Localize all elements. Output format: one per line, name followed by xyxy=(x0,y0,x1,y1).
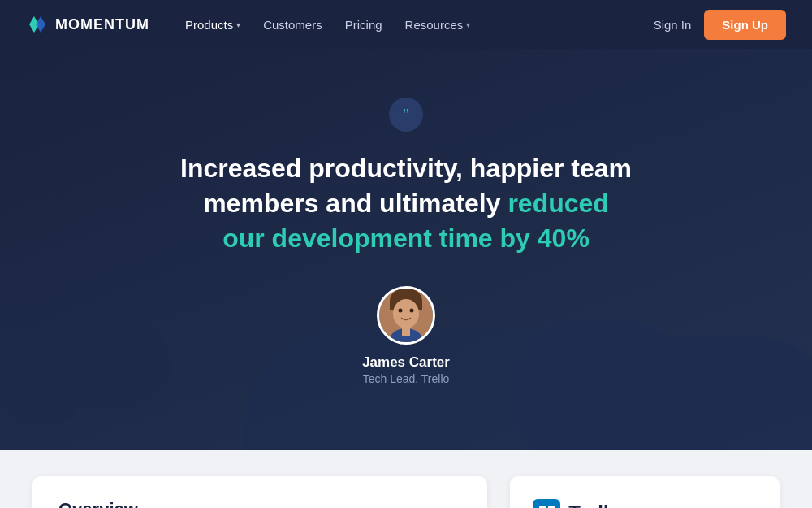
overview-title: Overview xyxy=(58,499,461,508)
company-card: Trello Industry Type: SaaS Software Comp… xyxy=(510,476,780,508)
avatar xyxy=(377,286,435,345)
svg-point-3 xyxy=(393,299,419,328)
hero-quote: Increased productivity, happier team mem… xyxy=(179,151,633,257)
person-name: James Carter xyxy=(362,354,450,371)
avatar-image xyxy=(379,286,433,345)
nav-item-customers[interactable]: Customers xyxy=(253,11,332,38)
company-logo-row: Trello xyxy=(533,499,757,508)
navigation: MOMENTUM Products ▾ Customers Pricing Re… xyxy=(0,0,812,49)
lower-section: Overview Case study's background summary… xyxy=(0,450,812,508)
overview-card: Overview Case study's background summary… xyxy=(32,476,487,508)
chevron-down-icon: ▾ xyxy=(236,20,240,29)
nav-item-pricing[interactable]: Pricing xyxy=(335,11,392,38)
trello-icon xyxy=(533,499,560,508)
logo-icon xyxy=(26,13,49,36)
svg-point-4 xyxy=(399,308,403,312)
logo[interactable]: MOMENTUM xyxy=(26,13,149,36)
quote-icon: " xyxy=(389,98,423,132)
nav-right: Sign In Sign Up xyxy=(654,10,786,40)
person-title: Tech Lead, Trello xyxy=(363,372,450,385)
sign-up-button[interactable]: Sign Up xyxy=(704,10,786,40)
svg-rect-7 xyxy=(402,327,410,336)
sign-in-link[interactable]: Sign In xyxy=(654,18,692,32)
company-name: Trello xyxy=(568,501,620,508)
chevron-down-icon-2: ▾ xyxy=(466,20,470,29)
hero-section: " Increased productivity, happier team m… xyxy=(0,49,812,450)
nav-links: Products ▾ Customers Pricing Resources ▾ xyxy=(175,11,654,38)
nav-item-products[interactable]: Products ▾ xyxy=(175,11,250,38)
logo-text: MOMENTUM xyxy=(55,16,149,33)
testimonial-attribution: James Carter Tech Lead, Trello xyxy=(362,286,450,385)
svg-point-5 xyxy=(410,308,414,312)
nav-item-resources[interactable]: Resources ▾ xyxy=(395,11,481,38)
